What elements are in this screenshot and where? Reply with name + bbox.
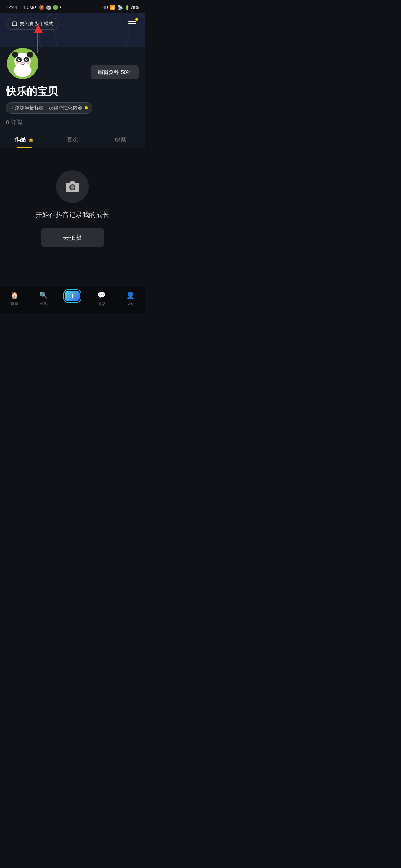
svg-rect-18 (70, 296, 75, 296)
svg-point-10 (19, 59, 20, 60)
profile-section: 编辑资料 50% 快乐的宝贝 + 添加年龄标签，获得个性化内容 0 订阅 作品 … (0, 47, 145, 148)
age-tag-dot (85, 106, 88, 109)
menu-notification-dot (135, 18, 138, 21)
profile-top: 编辑资料 50% (6, 47, 139, 85)
lock-icon: 🔒 (28, 137, 34, 142)
nav-messages[interactable]: 💬 消息 (87, 291, 116, 309)
camera-circle (56, 170, 89, 203)
arrow-shaft (37, 33, 38, 53)
home-icon: 🏠 (10, 291, 19, 299)
header-nav: 关闭青少年模式 (0, 13, 145, 34)
status-time: 12:44 (6, 5, 17, 10)
hd-label: HD (102, 5, 108, 10)
subscriptions-count: 0 订阅 (6, 119, 139, 126)
status-network: 1.0M/s (23, 5, 36, 10)
status-bar: 12:44 | 1.0M/s 🔕 🐼 🟢 • HD 📶 📡 🔋 76% (0, 0, 145, 13)
nav-discover[interactable]: 🔍 发现 (29, 291, 58, 309)
svg-point-11 (26, 59, 27, 60)
camera-icon (65, 180, 80, 193)
tab-likes[interactable]: 喜欢 (48, 132, 97, 148)
svg-point-12 (21, 62, 24, 63)
battery-icon: 🔋 76% (125, 5, 139, 10)
age-tag-button[interactable]: + 添加年龄标签，获得个性化内容 (6, 102, 92, 114)
status-right-icons: HD 📶 📡 🔋 76% (102, 5, 139, 10)
signal-icon: 📶 (110, 5, 115, 10)
status-time-network: 12:44 | 1.0M/s 🔕 🐼 🟢 • (6, 5, 61, 10)
content-tabs: 作品 🔒 喜欢 收藏 (0, 132, 145, 148)
nav-home[interactable]: 🏠 首页 (0, 291, 29, 309)
svg-point-16 (71, 185, 75, 190)
nav-create[interactable]: + (58, 290, 87, 311)
youth-mode-icon (12, 21, 17, 27)
hamburger-icon (128, 21, 136, 26)
tab-works[interactable]: 作品 🔒 (0, 132, 48, 148)
discover-icon: 🔍 (39, 291, 48, 299)
age-tag-label: + 添加年龄标签，获得个性化内容 (11, 105, 82, 111)
svg-rect-0 (12, 22, 17, 26)
create-button[interactable] (64, 290, 81, 302)
capture-button[interactable]: 去拍摄 (41, 228, 104, 247)
wifi-icon: 📡 (117, 5, 123, 10)
svg-point-13 (16, 61, 19, 64)
svg-point-14 (27, 61, 30, 64)
svg-point-4 (12, 52, 18, 58)
nav-profile[interactable]: 👤 我 (116, 291, 145, 309)
message-icon: 💬 (97, 291, 105, 299)
edit-profile-button[interactable]: 编辑资料 50% (91, 65, 139, 79)
arrow-annotation (30, 24, 43, 53)
tab-favorites[interactable]: 收藏 (97, 132, 145, 148)
plus-icon (69, 293, 76, 299)
username: 快乐的宝贝 (6, 85, 139, 99)
empty-state: 开始在抖音记录我的成长 去拍摄 (0, 148, 145, 262)
profile-icon: 👤 (126, 291, 134, 299)
bottom-nav: 🏠 首页 🔍 发现 + 💬 消息 👤 我 (0, 287, 145, 313)
arrow-head (34, 24, 43, 33)
menu-button[interactable] (125, 17, 139, 30)
empty-state-text: 开始在抖音记录我的成长 (36, 210, 109, 219)
